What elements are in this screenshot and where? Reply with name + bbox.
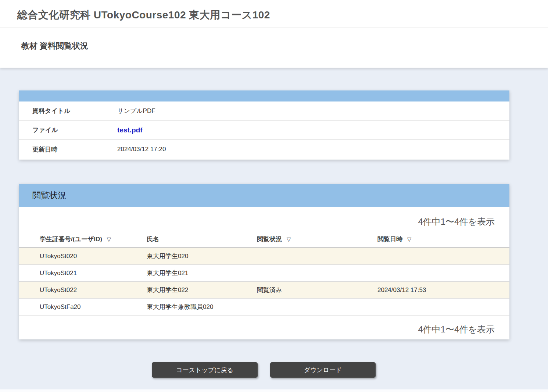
- page-header: 教材 資料閲覧状況: [0, 28, 548, 68]
- material-info-header-bar: [19, 90, 509, 101]
- cell-user-id: UTokyoSt022: [19, 286, 147, 294]
- bottom-edge-strip: [0, 389, 548, 392]
- cell-name: 東大用学生兼教職員020: [147, 303, 257, 311]
- material-row-file: ファイル test.pdf: [19, 121, 509, 140]
- col-header-status-label: 閲覧状況: [257, 236, 282, 243]
- viewing-status-card: 閲覧状況 4件中1〜4件を表示 学生証番号/(ユーザID) ▽ 氏名 閲覧状況 …: [19, 184, 509, 339]
- material-title-value: サンプルPDF: [117, 107, 155, 115]
- cell-viewed-at: 2024/03/12 17:53: [377, 286, 509, 294]
- cell-name: 東大用学生020: [147, 252, 257, 260]
- results-count-bottom: 4件中1〜4件を表示: [19, 316, 509, 335]
- col-header-name-label: 氏名: [147, 236, 159, 243]
- cell-name: 東大用学生021: [147, 269, 257, 277]
- col-header-viewed-at[interactable]: 閲覧日時 ▽: [377, 235, 509, 243]
- sort-desc-icon[interactable]: ▽: [107, 236, 111, 243]
- table-row: UTokyoSt020 東大用学生020: [19, 248, 509, 265]
- cell-user-id: UTokyoStFa20: [19, 303, 147, 311]
- cell-user-id: UTokyoSt021: [19, 270, 147, 277]
- cell-user-id: UTokyoSt020: [19, 253, 147, 260]
- material-file-label: ファイル: [19, 126, 117, 134]
- viewing-status-section-header: 閲覧状況: [19, 184, 509, 207]
- viewing-status-section-title: 閲覧状況: [32, 190, 66, 201]
- cell-name: 東大用学生022: [147, 286, 257, 294]
- col-header-status[interactable]: 閲覧状況 ▽: [257, 235, 377, 243]
- results-count-top: 4件中1〜4件を表示: [19, 207, 509, 231]
- material-title-label: 資料タイトル: [19, 107, 117, 115]
- course-header: 総合文化研究科 UTokyoCourse102 東大用コース102: [0, 0, 548, 28]
- table-row: UTokyoSt022 東大用学生022 閲覧済み 2024/03/12 17:…: [19, 282, 509, 299]
- table-row: UTokyoSt021 東大用学生021: [19, 265, 509, 282]
- col-header-viewed-at-label: 閲覧日時: [377, 236, 402, 243]
- cell-status: 閲覧済み: [257, 286, 377, 294]
- page-title: 教材 資料閲覧状況: [21, 40, 88, 51]
- col-header-user-id-label: 学生証番号/(ユーザID): [40, 236, 102, 243]
- download-button[interactable]: ダウンロード: [270, 362, 376, 378]
- material-updated-label: 更新日時: [19, 145, 117, 154]
- file-link[interactable]: test.pdf: [117, 126, 143, 134]
- material-row-title: 資料タイトル サンプルPDF: [19, 101, 509, 121]
- sort-desc-icon[interactable]: ▽: [287, 236, 291, 243]
- col-header-user-id[interactable]: 学生証番号/(ユーザID) ▽: [19, 235, 147, 243]
- col-header-name: 氏名: [147, 235, 257, 243]
- material-info-card: 資料タイトル サンプルPDF ファイル test.pdf 更新日時 2024/0…: [19, 90, 509, 160]
- sort-desc-icon[interactable]: ▽: [407, 236, 412, 243]
- course-title: 総合文化研究科 UTokyoCourse102 東大用コース102: [17, 8, 270, 22]
- material-updated-value: 2024/03/12 17:20: [117, 146, 166, 153]
- table-header-row: 学生証番号/(ユーザID) ▽ 氏名 閲覧状況 ▽ 閲覧日時 ▽: [19, 231, 509, 248]
- back-to-course-top-button[interactable]: コーストップに戻る: [152, 362, 258, 378]
- material-row-updated: 更新日時 2024/03/12 17:20: [19, 140, 509, 159]
- table-row: UTokyoStFa20 東大用学生兼教職員020: [19, 299, 509, 316]
